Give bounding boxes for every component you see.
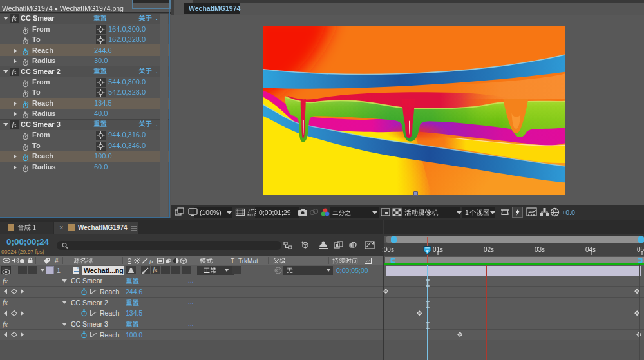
svg-text:fx: fx — [149, 258, 154, 265]
